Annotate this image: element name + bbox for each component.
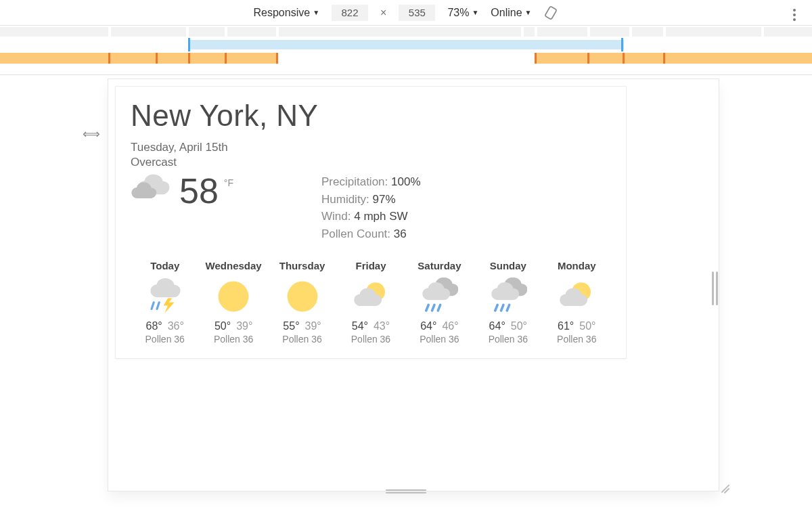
rain-icon <box>405 277 474 316</box>
temp-low: 36° <box>168 320 184 332</box>
forecast-temps: 68°36° <box>131 320 199 332</box>
viewport-width-input[interactable] <box>332 5 368 21</box>
temp-low: 39° <box>236 320 252 332</box>
breakpoint-ruler[interactable] <box>0 27 812 75</box>
ruler-row-2 <box>0 38 812 51</box>
temp-high: 64° <box>420 320 436 332</box>
svg-line-8 <box>438 305 441 311</box>
forecast-day: Sunday64°50°Pollen 36 <box>474 260 542 345</box>
svg-line-9 <box>495 305 498 311</box>
temp-high: 68° <box>146 320 162 332</box>
svg-point-3 <box>219 282 249 312</box>
sunny-icon <box>199 277 267 316</box>
wind-value: 4 mph SW <box>354 210 407 223</box>
responsive-stage: ⟺ New York, NY Tuesday, April 15th Overc… <box>0 75 812 530</box>
resize-corner-handle[interactable] <box>720 481 731 492</box>
device-select[interactable]: Responsive ▼ <box>254 7 320 19</box>
forecast-day: Monday61°50°Pollen 36 <box>543 260 611 345</box>
svg-rect-0 <box>545 6 558 20</box>
forecast-pollen: Pollen 36 <box>199 334 267 345</box>
current-stats: Precipitation: 100% Humidity: 97% Wind: … <box>321 173 421 242</box>
temp-low: 50° <box>511 320 527 332</box>
forecast-pollen: Pollen 36 <box>543 334 611 345</box>
temp-low: 46° <box>442 320 458 332</box>
forecast-day-name: Friday <box>336 260 405 271</box>
temp-low: 43° <box>374 320 390 332</box>
forecast-pollen: Pollen 36 <box>131 334 199 345</box>
throttle-label: Online <box>491 7 522 19</box>
forecast-day-name: Thursday <box>268 260 336 271</box>
dimension-separator: × <box>380 7 386 19</box>
forecast-pollen: Pollen 36 <box>268 334 336 345</box>
throttle-select[interactable]: Online ▼ <box>491 7 531 19</box>
wind-label: Wind: <box>321 210 351 223</box>
weather-card: New York, NY Tuesday, April 15th Overcas… <box>115 86 627 359</box>
temp-high: 55° <box>283 320 299 332</box>
more-options-button[interactable] <box>793 7 796 23</box>
forecast-day: Wednesday50°39°Pollen 36 <box>199 260 267 345</box>
chevron-down-icon: ▼ <box>525 9 532 16</box>
resize-bottom-handle[interactable] <box>386 489 426 495</box>
svg-line-10 <box>501 305 503 311</box>
partly-icon <box>543 277 611 316</box>
forecast-day-name: Saturday <box>405 260 474 271</box>
humidity-value: 97% <box>373 193 396 206</box>
temp-high: 61° <box>558 320 574 332</box>
svg-point-4 <box>287 282 317 312</box>
forecast-pollen: Pollen 36 <box>474 334 542 345</box>
device-select-label: Responsive <box>254 7 311 19</box>
forecast-temps: 61°50° <box>543 320 611 332</box>
svg-line-1 <box>152 303 154 309</box>
temp-unit: °F <box>224 177 233 188</box>
zoom-label: 73% <box>447 7 469 19</box>
current-temp: 58 <box>179 173 219 208</box>
viewport-height-input[interactable] <box>399 5 435 21</box>
forecast-temps: 55°39° <box>268 320 336 332</box>
pollen-label: Pollen Count: <box>321 227 390 240</box>
svg-line-6 <box>426 305 429 311</box>
svg-line-7 <box>432 305 435 311</box>
date-label: Tuesday, April 15th <box>131 141 611 154</box>
rain-icon <box>474 277 542 316</box>
forecast-day-name: Sunday <box>474 260 542 271</box>
forecast-temps: 64°46° <box>405 320 474 332</box>
resize-left-handle[interactable]: ⟺ <box>83 127 100 141</box>
forecast-day-name: Wednesday <box>199 260 267 271</box>
rotate-icon[interactable] <box>543 5 558 20</box>
precip-label: Precipitation: <box>321 175 388 188</box>
ruler-row-3 <box>0 53 812 64</box>
forecast-day: Saturday64°46°Pollen 36 <box>405 260 474 345</box>
device-toolbar: Responsive ▼ × 73% ▼ Online ▼ <box>0 0 812 26</box>
temp-low: 39° <box>305 320 321 332</box>
svg-line-11 <box>507 305 510 311</box>
chevron-down-icon: ▼ <box>472 9 478 16</box>
chevron-down-icon: ▼ <box>313 9 319 16</box>
ruler-row-1 <box>0 27 812 37</box>
svg-line-2 <box>157 303 159 309</box>
condition-label: Overcast <box>131 156 611 169</box>
forecast-pollen: Pollen 36 <box>405 334 474 345</box>
temp-high: 50° <box>215 320 231 332</box>
temp-high: 64° <box>489 320 505 332</box>
humidity-label: Humidity: <box>321 193 369 206</box>
resize-right-handle[interactable] <box>712 271 719 305</box>
location-title: New York, NY <box>131 99 611 133</box>
current-conditions: 58 °F Precipitation: 100% Humidity: 97% … <box>131 173 611 242</box>
storm-icon <box>131 277 199 316</box>
temp-low: 50° <box>579 320 595 332</box>
forecast-day: Friday54°43°Pollen 36 <box>336 260 405 345</box>
forecast-temps: 64°50° <box>474 320 542 332</box>
forecast-pollen: Pollen 36 <box>336 334 405 345</box>
pollen-value: 36 <box>394 227 407 240</box>
precip-value: 100% <box>391 175 420 188</box>
forecast-day-name: Today <box>131 260 199 271</box>
viewport-frame: New York, NY Tuesday, April 15th Overcas… <box>108 79 719 491</box>
overcast-icon <box>131 173 174 208</box>
partly-icon <box>336 277 405 316</box>
temp-high: 54° <box>352 320 368 332</box>
forecast-day-name: Monday <box>543 260 611 271</box>
forecast-day: Thursday55°39°Pollen 36 <box>268 260 336 345</box>
forecast-row: Today68°36°Pollen 36Wednesday50°39°Polle… <box>131 260 611 345</box>
zoom-select[interactable]: 73% ▼ <box>447 7 478 19</box>
forecast-temps: 50°39° <box>199 320 267 332</box>
